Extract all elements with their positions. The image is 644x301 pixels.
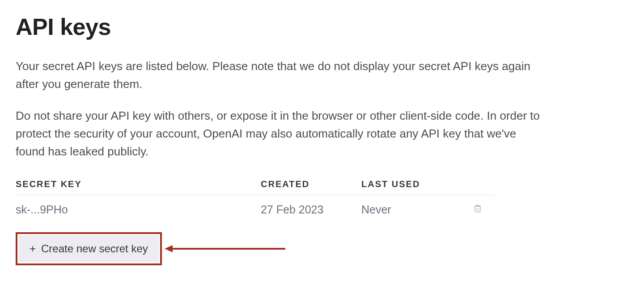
trash-icon[interactable] bbox=[473, 203, 482, 216]
cell-action bbox=[464, 203, 491, 216]
page-title: API keys bbox=[16, 13, 628, 40]
svg-marker-4 bbox=[165, 245, 173, 252]
col-header-secret-key: SECRET KEY bbox=[16, 179, 261, 189]
col-header-action bbox=[464, 179, 491, 189]
cell-last-used: Never bbox=[361, 203, 464, 216]
cell-created: 27 Feb 2023 bbox=[261, 203, 361, 216]
col-header-last-used: LAST USED bbox=[361, 179, 464, 189]
plus-icon: + bbox=[30, 243, 36, 254]
create-button-label: Create new secret key bbox=[41, 242, 148, 255]
annotation-highlight-box: + Create new secret key bbox=[16, 232, 162, 265]
description-paragraph-1: Your secret API keys are listed below. P… bbox=[16, 57, 543, 93]
annotation-arrow-icon bbox=[165, 242, 285, 255]
table-row: sk-...9PHo 27 Feb 2023 Never bbox=[16, 195, 494, 224]
table-header-row: SECRET KEY CREATED LAST USED bbox=[16, 179, 494, 195]
col-header-created: CREATED bbox=[261, 179, 361, 189]
create-new-secret-key-button[interactable]: + Create new secret key bbox=[19, 235, 159, 262]
svg-rect-0 bbox=[475, 206, 480, 212]
description-paragraph-2: Do not share your API key with others, o… bbox=[16, 107, 543, 161]
cell-secret-key: sk-...9PHo bbox=[16, 203, 261, 216]
api-keys-table: SECRET KEY CREATED LAST USED sk-...9PHo … bbox=[16, 179, 494, 224]
